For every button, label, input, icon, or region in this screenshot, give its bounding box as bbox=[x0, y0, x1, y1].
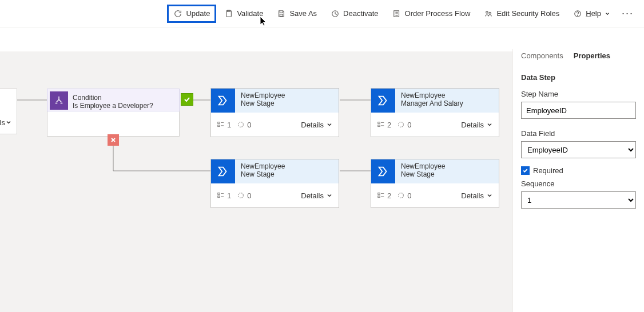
stage-name: New Stage bbox=[241, 170, 333, 178]
validate-button[interactable]: Validate bbox=[218, 5, 269, 23]
stage-node[interactable]: NewEmployee Manager And Salary 2 0 Detai… bbox=[371, 88, 499, 137]
svg-rect-2 bbox=[280, 14, 283, 16]
stage-arrow-icon bbox=[211, 89, 235, 113]
details-toggle[interactable]: Details bbox=[461, 191, 493, 200]
stage-entity: NewEmployee bbox=[241, 91, 333, 99]
steps-count: 1 bbox=[217, 121, 231, 129]
order-process-flow-button[interactable]: Order Process Flow bbox=[387, 5, 476, 23]
edit-security-roles-button[interactable]: Edit Security Roles bbox=[478, 5, 565, 23]
refresh-icon bbox=[173, 9, 182, 18]
stage-arrow-icon bbox=[371, 159, 395, 183]
deactivate-button[interactable]: Deactivate bbox=[325, 5, 384, 23]
steps-count: 1 bbox=[217, 191, 231, 200]
clipboard-icon bbox=[224, 9, 233, 18]
help-icon bbox=[573, 9, 582, 18]
cycles-count: 0 bbox=[397, 191, 411, 200]
chevron-down-icon bbox=[605, 11, 610, 17]
svg-rect-28 bbox=[378, 193, 380, 195]
stage-node[interactable]: NewEmployee New Stage 1 0 Details bbox=[210, 88, 339, 137]
deactivate-icon bbox=[331, 9, 340, 18]
overflow-button[interactable]: ··· bbox=[618, 7, 637, 19]
svg-rect-29 bbox=[378, 196, 380, 198]
condition-node[interactable]: Condition Is Employee a Developer? bbox=[47, 89, 180, 111]
svg-rect-26 bbox=[218, 196, 220, 198]
stage-arrow-icon bbox=[371, 89, 395, 113]
condition-title: Condition bbox=[73, 94, 173, 102]
svg-rect-25 bbox=[218, 193, 220, 195]
details-toggle[interactable]: Details bbox=[461, 121, 493, 129]
cycles-count: 0 bbox=[237, 121, 251, 129]
svg-point-30 bbox=[399, 193, 404, 198]
condition-icon bbox=[50, 91, 68, 110]
stage-entity: NewEmployee bbox=[401, 91, 493, 99]
condition-subtitle: Is Employee a Developer? bbox=[73, 102, 173, 110]
svg-point-27 bbox=[238, 193, 244, 198]
save-as-label: Save As bbox=[289, 9, 317, 18]
cycles-count: 0 bbox=[237, 191, 251, 200]
svg-rect-23 bbox=[378, 125, 380, 127]
tab-properties[interactable]: Properties bbox=[574, 51, 610, 63]
stage-name: New Stage bbox=[241, 99, 333, 107]
cycles-count: 0 bbox=[397, 121, 411, 129]
sequence-label: Sequence bbox=[521, 179, 636, 188]
validate-label: Validate bbox=[237, 9, 263, 18]
order-flow-icon bbox=[392, 9, 401, 18]
deactivate-label: Deactivate bbox=[343, 9, 378, 18]
step-name-input[interactable] bbox=[521, 102, 636, 119]
save-icon bbox=[277, 9, 286, 18]
designer-canvas[interactable]: ls Condition Is Employee a Developer? bbox=[0, 51, 512, 312]
tab-components[interactable]: Components bbox=[521, 51, 563, 63]
condition-yes-badge bbox=[181, 93, 193, 106]
steps-count: 2 bbox=[377, 191, 391, 200]
svg-rect-19 bbox=[218, 122, 220, 124]
required-checkbox[interactable] bbox=[521, 166, 530, 175]
order-flow-label: Order Process Flow bbox=[405, 9, 471, 18]
stage-entity: NewEmployee bbox=[401, 162, 493, 170]
condition-body[interactable] bbox=[47, 111, 180, 137]
sequence-select[interactable]: 1 bbox=[521, 191, 636, 209]
svg-point-8 bbox=[578, 15, 578, 16]
stage-partial-left[interactable]: ls bbox=[0, 89, 17, 134]
stage-node[interactable]: NewEmployee New Stage 2 0 Details bbox=[371, 159, 499, 208]
security-roles-icon bbox=[484, 9, 493, 18]
data-field-label: Data Field bbox=[521, 129, 636, 138]
stage-name: Manager And Salary bbox=[401, 99, 493, 107]
condition-no-badge bbox=[108, 134, 119, 146]
svg-point-24 bbox=[399, 122, 404, 127]
stage-entity: NewEmployee bbox=[241, 162, 333, 170]
required-label: Required bbox=[533, 166, 563, 175]
details-toggle[interactable]: Details bbox=[301, 121, 333, 129]
properties-panel: Components Properties Data Step Step Nam… bbox=[512, 49, 644, 312]
stage-arrow-icon bbox=[211, 159, 235, 183]
svg-point-5 bbox=[486, 11, 488, 13]
update-label: Update bbox=[186, 9, 210, 18]
partial-left-label: ls bbox=[0, 118, 5, 127]
data-field-select[interactable]: EmployeeID bbox=[521, 141, 636, 158]
panel-tabs: Components Properties bbox=[521, 49, 636, 64]
stage-node[interactable]: NewEmployee New Stage 1 0 Details bbox=[210, 159, 339, 208]
help-button[interactable]: Help bbox=[567, 5, 616, 23]
save-as-button[interactable]: Save As bbox=[271, 5, 323, 23]
help-label: Help bbox=[586, 9, 601, 18]
edit-security-label: Edit Security Roles bbox=[496, 9, 559, 18]
stage-name: New Stage bbox=[401, 170, 493, 178]
update-button[interactable]: Update bbox=[167, 5, 216, 23]
svg-rect-20 bbox=[218, 125, 220, 127]
panel-section-title: Data Step bbox=[521, 73, 636, 82]
step-name-label: Step Name bbox=[521, 90, 636, 98]
details-toggle[interactable]: Details bbox=[301, 191, 333, 200]
chevron-down-icon bbox=[5, 119, 12, 126]
svg-point-6 bbox=[489, 12, 491, 14]
svg-point-21 bbox=[238, 122, 244, 127]
svg-rect-22 bbox=[378, 122, 380, 124]
steps-count: 2 bbox=[377, 121, 391, 129]
command-bar: Update Validate Save As Deactivate Order… bbox=[0, 0, 644, 27]
